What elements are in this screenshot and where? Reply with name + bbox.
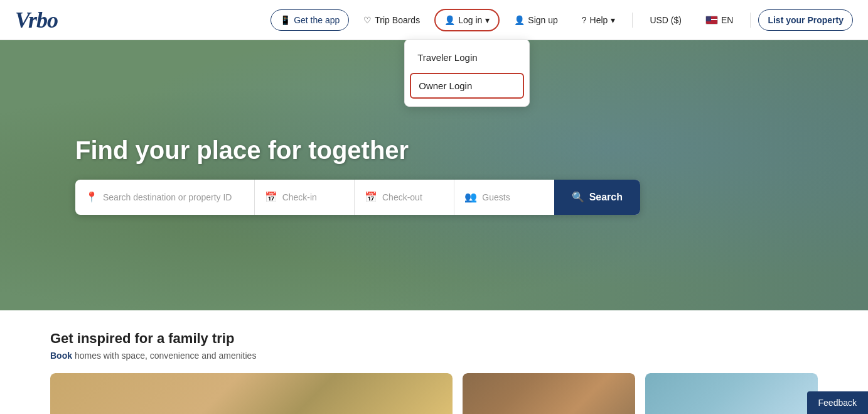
property-grid <box>50 373 818 414</box>
person-outline-icon: 👤 <box>514 15 525 25</box>
help-icon: ? <box>582 15 587 25</box>
feedback-button[interactable]: Feedback <box>807 391 868 414</box>
section-subtitle: Book homes with space, convenience and a… <box>50 351 818 361</box>
search-magnifier-icon: 🔍 <box>572 191 584 203</box>
us-flag-icon <box>705 16 718 25</box>
get-app-button[interactable]: 📱 Get the app <box>271 9 349 31</box>
destination-field[interactable]: 📍 Search destination or property ID <box>75 180 255 215</box>
property-card-image-1 <box>50 373 453 414</box>
bottom-section: Get inspired for a family trip Book home… <box>0 310 868 414</box>
guests-field[interactable]: 👥 Guests <box>454 180 554 215</box>
subtitle-highlight: Book <box>50 351 72 361</box>
nav-divider-1 <box>632 13 633 28</box>
location-pin-icon: 📍 <box>85 191 98 203</box>
hero-title: Find your place for together <box>75 136 868 165</box>
header: Vrbo 📱 Get the app ♡ Trip Boards 👤 Log i… <box>0 0 868 40</box>
section-title: Get inspired for a family trip <box>50 330 818 347</box>
search-button[interactable]: 🔍 Search <box>554 180 640 215</box>
currency-button[interactable]: USD ($) <box>640 9 691 31</box>
hero-content: Find your place for together 📍 Search de… <box>0 136 868 215</box>
help-chevron-icon: ▾ <box>611 15 615 25</box>
property-card-2[interactable] <box>463 373 635 414</box>
vrbo-logo[interactable]: Vrbo <box>15 7 58 33</box>
guests-icon: 👥 <box>464 191 477 203</box>
property-card-1[interactable] <box>50 373 453 414</box>
list-property-button[interactable]: List your Property <box>758 9 853 31</box>
search-bar: 📍 Search destination or property ID 📅 Ch… <box>75 180 640 215</box>
sign-up-button[interactable]: 👤 Sign up <box>505 9 567 31</box>
owner-login-item[interactable]: Owner Login <box>410 73 524 99</box>
header-nav: 📱 Get the app ♡ Trip Boards 👤 Log in ▾ T… <box>271 9 853 31</box>
login-dropdown-wrapper: 👤 Log in ▾ Traveler Login Owner Login <box>434 9 500 31</box>
checkout-placeholder: Check-out <box>382 192 422 202</box>
destination-placeholder: Search destination or property ID <box>103 192 232 202</box>
subtitle-rest: homes with space, convenience and amenit… <box>75 351 257 361</box>
phone-icon: 📱 <box>280 15 291 25</box>
checkout-calendar-icon: 📅 <box>365 191 377 203</box>
heart-icon: ♡ <box>363 15 372 25</box>
property-card-image-2 <box>463 373 635 414</box>
property-card-3[interactable] <box>645 373 818 414</box>
traveler-login-item[interactable]: Traveler Login <box>405 45 529 70</box>
person-icon: 👤 <box>444 15 455 25</box>
checkout-field[interactable]: 📅 Check-out <box>355 180 454 215</box>
login-dropdown-menu: Traveler Login Owner Login <box>404 39 530 107</box>
chevron-down-icon: ▾ <box>485 15 490 25</box>
property-card-image-3 <box>645 373 818 414</box>
checkin-field[interactable]: 📅 Check-in <box>255 180 355 215</box>
log-in-button[interactable]: 👤 Log in ▾ <box>434 9 500 31</box>
checkin-calendar-icon: 📅 <box>265 191 277 203</box>
nav-divider-2 <box>750 13 751 28</box>
language-button[interactable]: EN <box>696 9 742 31</box>
help-button[interactable]: ? Help ▾ <box>572 9 625 31</box>
trip-boards-button[interactable]: ♡ Trip Boards <box>354 9 429 31</box>
checkin-placeholder: Check-in <box>282 192 317 202</box>
guests-placeholder: Guests <box>482 192 510 202</box>
